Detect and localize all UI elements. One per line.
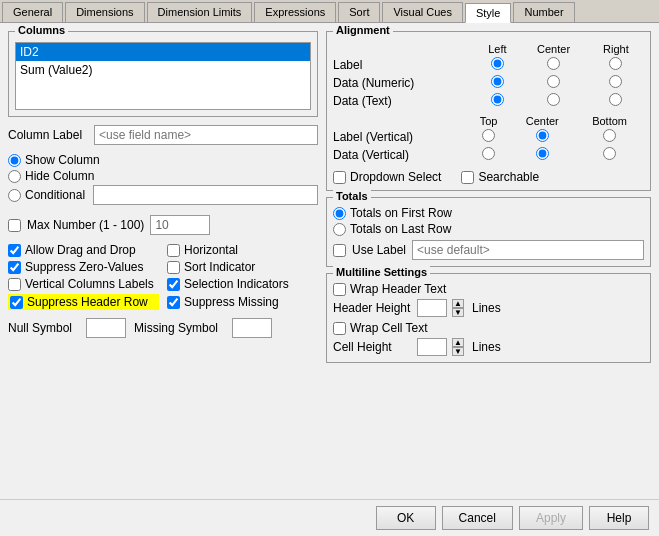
- align-numeric-right: [588, 74, 644, 92]
- align-label-center-radio[interactable]: [547, 57, 560, 70]
- totals-last-radio[interactable]: [333, 223, 346, 236]
- allow-drag-drop-label: Allow Drag and Drop: [25, 243, 136, 257]
- max-number-label: Max Number (1 - 100): [27, 218, 144, 232]
- conditional-radio[interactable]: [8, 189, 21, 202]
- max-number-row: Max Number (1 - 100) 10: [8, 215, 318, 235]
- columns-item-sum[interactable]: Sum (Value2): [16, 61, 310, 79]
- totals-radio-group: Totals on First Row Totals on Last Row: [333, 206, 644, 236]
- cell-height-input[interactable]: 2: [417, 338, 447, 356]
- cell-height-row: Cell Height 2 ▲ ▼ Lines: [333, 338, 644, 356]
- wrap-cell-label: Wrap Cell Text: [350, 321, 428, 335]
- align-label-vert-bottom-radio[interactable]: [603, 129, 616, 142]
- align-text-center: [519, 92, 587, 110]
- align-label-row: Label: [333, 56, 644, 74]
- tab-expressions[interactable]: Expressions: [254, 2, 336, 22]
- align-label-right-radio[interactable]: [609, 57, 622, 70]
- align-data-vert-top-radio[interactable]: [482, 147, 495, 160]
- suppress-zero-checkbox[interactable]: [8, 261, 21, 274]
- align-vert-header-empty: [333, 114, 468, 128]
- hide-column-radio[interactable]: [8, 170, 21, 183]
- horizontal-row: Horizontal: [167, 243, 318, 257]
- align-label-vert-top-radio[interactable]: [482, 129, 495, 142]
- cell-height-spinner[interactable]: ▲ ▼: [452, 338, 464, 356]
- cancel-button[interactable]: Cancel: [442, 506, 513, 530]
- left-panel: Columns ID2 Sum (Value2) Column Label Sh…: [8, 31, 318, 491]
- column-label-input[interactable]: [94, 125, 318, 145]
- horizontal-label: Horizontal: [184, 243, 238, 257]
- header-height-up[interactable]: ▲: [452, 299, 464, 308]
- ok-button[interactable]: OK: [376, 506, 436, 530]
- cell-height-up[interactable]: ▲: [452, 338, 464, 347]
- horizontal-checkbox[interactable]: [167, 244, 180, 257]
- use-label-input[interactable]: [412, 240, 644, 260]
- apply-button[interactable]: Apply: [519, 506, 583, 530]
- vertical-columns-checkbox[interactable]: [8, 278, 21, 291]
- align-text-right-radio[interactable]: [609, 93, 622, 106]
- align-numeric-right-radio[interactable]: [609, 75, 622, 88]
- align-header-center: Center: [519, 42, 587, 56]
- align-text-center-radio[interactable]: [547, 93, 560, 106]
- align-label-vert-center-radio[interactable]: [536, 129, 549, 142]
- suppress-header-row: Suppress Header Row: [8, 294, 159, 310]
- null-symbol-input[interactable]: -: [86, 318, 126, 338]
- totals-group: Totals Totals on First Row Totals on Las…: [326, 197, 651, 267]
- align-label-vert-top: [468, 128, 509, 146]
- multiline-title: Multiline Settings: [333, 266, 430, 278]
- totals-first-radio[interactable]: [333, 207, 346, 220]
- align-data-vert-center-radio[interactable]: [536, 147, 549, 160]
- suppress-missing-checkbox[interactable]: [167, 296, 180, 309]
- show-column-radio[interactable]: [8, 154, 21, 167]
- align-data-vert-cell: Data (Vertical): [333, 146, 468, 164]
- tab-dimension-limits[interactable]: Dimension Limits: [147, 2, 253, 22]
- use-label-checkbox[interactable]: [333, 244, 346, 257]
- align-numeric-center-radio[interactable]: [547, 75, 560, 88]
- searchable-checkbox[interactable]: [461, 171, 474, 184]
- align-data-vert-bottom-radio[interactable]: [603, 147, 616, 160]
- dropdown-select-label: Dropdown Select: [350, 170, 441, 184]
- align-text-cell: Data (Text): [333, 92, 475, 110]
- allow-drag-drop-checkbox[interactable]: [8, 244, 21, 257]
- dropdown-select-checkbox[interactable]: [333, 171, 346, 184]
- use-label-row: Use Label: [333, 240, 644, 260]
- cell-height-down[interactable]: ▼: [452, 347, 464, 356]
- tab-visual-cues[interactable]: Visual Cues: [382, 2, 463, 22]
- selection-indicators-checkbox[interactable]: [167, 278, 180, 291]
- tab-style[interactable]: Style: [465, 3, 511, 23]
- header-height-spinner[interactable]: ▲ ▼: [452, 299, 464, 317]
- align-data-vert-bottom: [575, 146, 644, 164]
- allow-drag-drop-row: Allow Drag and Drop: [8, 243, 159, 257]
- align-text-row: Data (Text): [333, 92, 644, 110]
- suppress-header-label: Suppress Header Row: [27, 295, 148, 309]
- header-height-label: Header Height: [333, 301, 413, 315]
- alignment-group: Alignment Left Center Right Label: [326, 31, 651, 191]
- columns-list[interactable]: ID2 Sum (Value2): [15, 42, 311, 110]
- missing-symbol-input[interactable]: -: [232, 318, 272, 338]
- wrap-header-row: Wrap Header Text: [333, 282, 644, 296]
- align-label-left: [475, 56, 519, 74]
- align-label-left-radio[interactable]: [491, 57, 504, 70]
- tab-general[interactable]: General: [2, 2, 63, 22]
- align-text-left-radio[interactable]: [491, 93, 504, 106]
- searchable-row: Searchable: [461, 170, 539, 184]
- tab-bar: General Dimensions Dimension Limits Expr…: [0, 0, 659, 23]
- dropdown-select-row: Dropdown Select: [333, 170, 441, 184]
- suppress-header-checkbox[interactable]: [10, 296, 23, 309]
- show-column-row: Show Column: [8, 153, 318, 167]
- columns-title: Columns: [15, 24, 68, 36]
- help-button[interactable]: Help: [589, 506, 649, 530]
- wrap-header-checkbox[interactable]: [333, 283, 346, 296]
- sort-indicator-checkbox[interactable]: [167, 261, 180, 274]
- header-height-input[interactable]: 2: [417, 299, 447, 317]
- max-number-checkbox[interactable]: [8, 219, 21, 232]
- tab-dimensions[interactable]: Dimensions: [65, 2, 144, 22]
- wrap-cell-checkbox[interactable]: [333, 322, 346, 335]
- totals-last-row: Totals on Last Row: [333, 222, 644, 236]
- header-height-down[interactable]: ▼: [452, 308, 464, 317]
- max-number-input[interactable]: 10: [150, 215, 210, 235]
- align-numeric-left-radio[interactable]: [491, 75, 504, 88]
- tab-sort[interactable]: Sort: [338, 2, 380, 22]
- columns-item-id2[interactable]: ID2: [16, 43, 310, 61]
- conditional-row: Conditional: [8, 185, 318, 205]
- conditional-input[interactable]: [93, 185, 318, 205]
- tab-number[interactable]: Number: [513, 2, 574, 22]
